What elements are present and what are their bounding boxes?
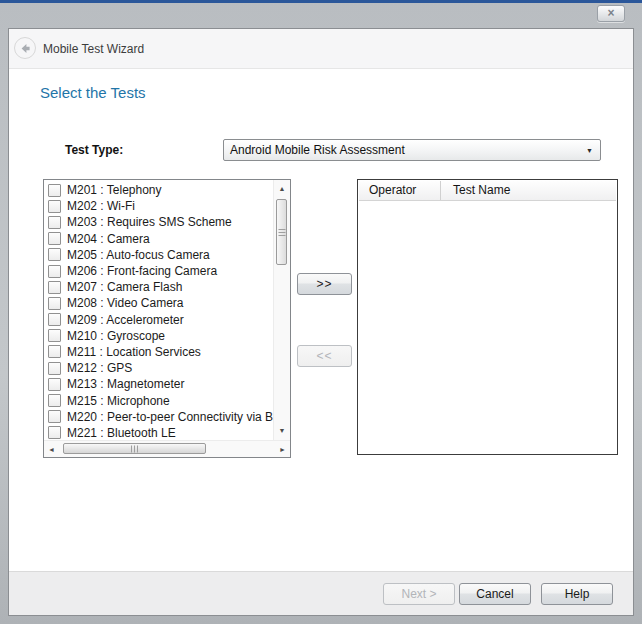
test-list-item-label: M212 : GPS: [67, 361, 132, 375]
next-button[interactable]: Next >: [383, 583, 455, 605]
test-list-item[interactable]: M208 : Video Camera: [44, 295, 273, 311]
chevron-down-icon: ▼: [586, 147, 593, 154]
test-list-item-label: M208 : Video Camera: [67, 296, 184, 310]
test-list-item-label: M209 : Accelerometer: [67, 313, 184, 327]
vertical-scrollbar-thumb[interactable]: [276, 199, 287, 265]
available-tests-listbox: M201 : TelephonyM202 : Wi-FiM203 : Requi…: [43, 179, 291, 458]
cancel-button[interactable]: Cancel: [459, 583, 531, 605]
test-checkbox[interactable]: [48, 426, 61, 439]
test-list-item-label: M207 : Camera Flash: [67, 280, 182, 294]
test-checkbox[interactable]: [48, 345, 61, 358]
test-type-label: Test Type:: [65, 143, 123, 157]
test-checkbox[interactable]: [48, 394, 61, 407]
vertical-scrollbar[interactable]: ▲ ▼: [273, 180, 290, 440]
scroll-down-icon[interactable]: ▼: [274, 426, 290, 436]
back-arrow-icon: [20, 43, 31, 54]
test-list-item[interactable]: M221 : Bluetooth LE: [44, 425, 273, 440]
test-list-item-label: M221 : Bluetooth LE: [67, 426, 176, 440]
test-list-item-label: M205 : Auto-focus Camera: [67, 248, 210, 262]
available-tests-list: M201 : TelephonyM202 : Wi-FiM203 : Requi…: [44, 180, 273, 440]
test-checkbox[interactable]: [48, 184, 61, 197]
test-list-item[interactable]: M211 : Location Services: [44, 344, 273, 360]
add-tests-button[interactable]: >>: [297, 273, 352, 295]
test-checkbox[interactable]: [48, 200, 61, 213]
page-title: Select the Tests: [40, 84, 146, 101]
test-list-item[interactable]: M215 : Microphone: [44, 392, 273, 408]
back-button[interactable]: [14, 37, 36, 59]
test-checkbox[interactable]: [48, 248, 61, 261]
test-list-item-label: M206 : Front-facing Camera: [67, 264, 217, 278]
close-icon[interactable]: ×: [597, 5, 625, 22]
window: × Mobile Test Wizard Select the Tests Te…: [0, 0, 642, 624]
test-list-item[interactable]: M212 : GPS: [44, 360, 273, 376]
test-list-item-label: M213 : Magnetometer: [67, 377, 184, 391]
horizontal-scrollbar-thumb[interactable]: [63, 443, 206, 454]
footer: Next > Cancel Help: [9, 571, 633, 615]
test-checkbox[interactable]: [48, 281, 61, 294]
selected-tests-table: Operator Test Name: [357, 179, 618, 455]
test-checkbox[interactable]: [48, 265, 61, 278]
test-checkbox[interactable]: [48, 297, 61, 310]
test-list-item[interactable]: M203 : Requires SMS Scheme: [44, 214, 273, 230]
test-list-item[interactable]: M207 : Camera Flash: [44, 279, 273, 295]
test-list-item-label: M202 : Wi-Fi: [67, 199, 135, 213]
test-list-item[interactable]: M206 : Front-facing Camera: [44, 263, 273, 279]
test-list-item-label: M210 : Gyroscope: [67, 329, 165, 343]
help-button[interactable]: Help: [541, 583, 613, 605]
remove-tests-button[interactable]: <<: [297, 345, 352, 367]
test-checkbox[interactable]: [48, 378, 61, 391]
column-header-operator[interactable]: Operator: [359, 181, 441, 200]
wizard-header: Mobile Test Wizard: [9, 29, 633, 69]
test-list-item[interactable]: M210 : Gyroscope: [44, 328, 273, 344]
test-checkbox[interactable]: [48, 232, 61, 245]
test-list-item-label: M204 : Camera: [67, 232, 150, 246]
test-list-item[interactable]: M205 : Auto-focus Camera: [44, 247, 273, 263]
test-list-item-label: M215 : Microphone: [67, 394, 170, 408]
test-list-item[interactable]: M220 : Peer-to-peer Connectivity via Blu…: [44, 409, 273, 425]
test-checkbox[interactable]: [48, 410, 61, 423]
test-list-item[interactable]: M202 : Wi-Fi: [44, 198, 273, 214]
test-checkbox[interactable]: [48, 216, 61, 229]
test-checkbox[interactable]: [48, 313, 61, 326]
selected-tests-table-header: Operator Test Name: [359, 181, 616, 201]
test-list-item-label: M211 : Location Services: [67, 345, 201, 359]
mobile-test-wizard-dialog: Mobile Test Wizard Select the Tests Test…: [8, 28, 634, 616]
scroll-right-icon[interactable]: ►: [279, 446, 286, 453]
wizard-title: Mobile Test Wizard: [43, 42, 144, 56]
test-list-item[interactable]: M204 : Camera: [44, 231, 273, 247]
test-list-item-label: M203 : Requires SMS Scheme: [67, 215, 232, 229]
test-list-item[interactable]: M209 : Accelerometer: [44, 312, 273, 328]
test-type-dropdown[interactable]: Android Mobile Risk Assessment ▼: [223, 139, 601, 161]
scroll-up-icon[interactable]: ▲: [274, 184, 290, 194]
window-top-accent: [0, 0, 642, 3]
test-type-selected-value: Android Mobile Risk Assessment: [230, 143, 405, 157]
column-header-test-name[interactable]: Test Name: [441, 181, 616, 200]
test-checkbox[interactable]: [48, 362, 61, 375]
test-list-item[interactable]: M201 : Telephony: [44, 182, 273, 198]
test-list-item[interactable]: M213 : Magnetometer: [44, 376, 273, 392]
scroll-left-icon[interactable]: ◄: [48, 446, 55, 453]
test-checkbox[interactable]: [48, 329, 61, 342]
test-list-item-label: M220 : Peer-to-peer Connectivity via Blu…: [67, 410, 273, 424]
horizontal-scrollbar[interactable]: ◄ ►: [44, 440, 290, 457]
test-list-item-label: M201 : Telephony: [67, 183, 162, 197]
